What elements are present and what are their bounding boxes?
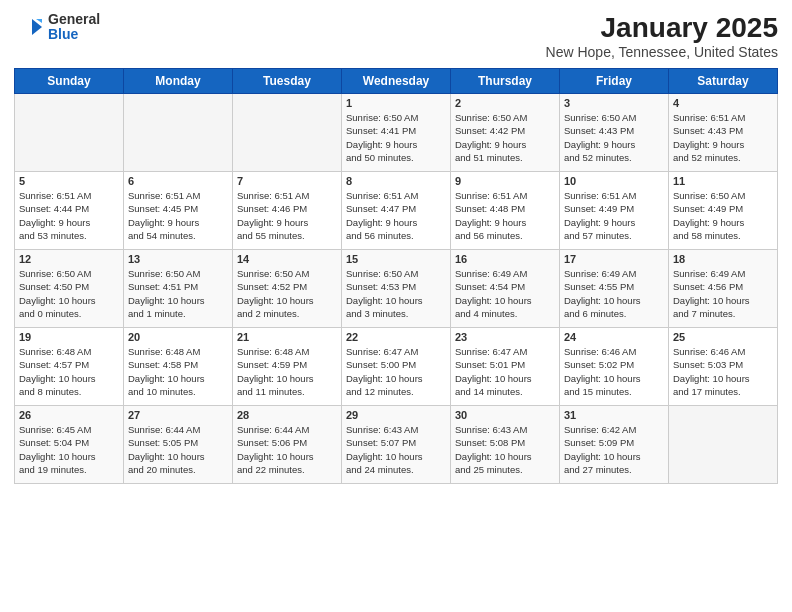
calendar-subtitle: New Hope, Tennessee, United States <box>546 44 778 60</box>
day-number: 16 <box>455 253 555 265</box>
calendar-cell <box>233 94 342 172</box>
day-number: 7 <box>237 175 337 187</box>
cell-info: Sunrise: 6:51 AMSunset: 4:43 PMDaylight:… <box>673 111 773 164</box>
cell-info: Sunrise: 6:46 AMSunset: 5:03 PMDaylight:… <box>673 345 773 398</box>
day-number: 9 <box>455 175 555 187</box>
header-monday: Monday <box>124 69 233 94</box>
calendar-cell: 31Sunrise: 6:42 AMSunset: 5:09 PMDayligh… <box>560 406 669 484</box>
logo-blue-text: Blue <box>48 27 100 42</box>
day-number: 31 <box>564 409 664 421</box>
week-row-2: 12Sunrise: 6:50 AMSunset: 4:50 PMDayligh… <box>15 250 778 328</box>
day-number: 3 <box>564 97 664 109</box>
day-number: 22 <box>346 331 446 343</box>
week-row-0: 1Sunrise: 6:50 AMSunset: 4:41 PMDaylight… <box>15 94 778 172</box>
day-number: 21 <box>237 331 337 343</box>
calendar-cell: 29Sunrise: 6:43 AMSunset: 5:07 PMDayligh… <box>342 406 451 484</box>
logo-icon <box>14 13 42 41</box>
calendar-cell: 2Sunrise: 6:50 AMSunset: 4:42 PMDaylight… <box>451 94 560 172</box>
day-number: 30 <box>455 409 555 421</box>
cell-info: Sunrise: 6:50 AMSunset: 4:52 PMDaylight:… <box>237 267 337 320</box>
cell-info: Sunrise: 6:51 AMSunset: 4:45 PMDaylight:… <box>128 189 228 242</box>
day-number: 17 <box>564 253 664 265</box>
day-number: 29 <box>346 409 446 421</box>
calendar-cell: 18Sunrise: 6:49 AMSunset: 4:56 PMDayligh… <box>669 250 778 328</box>
cell-info: Sunrise: 6:48 AMSunset: 4:57 PMDaylight:… <box>19 345 119 398</box>
calendar-cell <box>669 406 778 484</box>
calendar-cell: 20Sunrise: 6:48 AMSunset: 4:58 PMDayligh… <box>124 328 233 406</box>
logo-text: General Blue <box>48 12 100 43</box>
cell-info: Sunrise: 6:42 AMSunset: 5:09 PMDaylight:… <box>564 423 664 476</box>
day-number: 18 <box>673 253 773 265</box>
day-number: 20 <box>128 331 228 343</box>
calendar-cell: 9Sunrise: 6:51 AMSunset: 4:48 PMDaylight… <box>451 172 560 250</box>
day-number: 8 <box>346 175 446 187</box>
cell-info: Sunrise: 6:43 AMSunset: 5:07 PMDaylight:… <box>346 423 446 476</box>
calendar-cell: 19Sunrise: 6:48 AMSunset: 4:57 PMDayligh… <box>15 328 124 406</box>
cell-info: Sunrise: 6:48 AMSunset: 4:59 PMDaylight:… <box>237 345 337 398</box>
week-row-3: 19Sunrise: 6:48 AMSunset: 4:57 PMDayligh… <box>15 328 778 406</box>
calendar-cell: 5Sunrise: 6:51 AMSunset: 4:44 PMDaylight… <box>15 172 124 250</box>
day-number: 28 <box>237 409 337 421</box>
day-number: 15 <box>346 253 446 265</box>
cell-info: Sunrise: 6:44 AMSunset: 5:05 PMDaylight:… <box>128 423 228 476</box>
cell-info: Sunrise: 6:49 AMSunset: 4:56 PMDaylight:… <box>673 267 773 320</box>
day-number: 1 <box>346 97 446 109</box>
calendar-cell: 28Sunrise: 6:44 AMSunset: 5:06 PMDayligh… <box>233 406 342 484</box>
calendar-title: January 2025 <box>546 12 778 44</box>
calendar-cell: 10Sunrise: 6:51 AMSunset: 4:49 PMDayligh… <box>560 172 669 250</box>
days-header-row: Sunday Monday Tuesday Wednesday Thursday… <box>15 69 778 94</box>
calendar-cell: 16Sunrise: 6:49 AMSunset: 4:54 PMDayligh… <box>451 250 560 328</box>
cell-info: Sunrise: 6:51 AMSunset: 4:46 PMDaylight:… <box>237 189 337 242</box>
cell-info: Sunrise: 6:50 AMSunset: 4:53 PMDaylight:… <box>346 267 446 320</box>
calendar-cell: 12Sunrise: 6:50 AMSunset: 4:50 PMDayligh… <box>15 250 124 328</box>
cell-info: Sunrise: 6:50 AMSunset: 4:49 PMDaylight:… <box>673 189 773 242</box>
day-number: 12 <box>19 253 119 265</box>
calendar-cell: 27Sunrise: 6:44 AMSunset: 5:05 PMDayligh… <box>124 406 233 484</box>
header-thursday: Thursday <box>451 69 560 94</box>
cell-info: Sunrise: 6:49 AMSunset: 4:54 PMDaylight:… <box>455 267 555 320</box>
calendar-cell: 3Sunrise: 6:50 AMSunset: 4:43 PMDaylight… <box>560 94 669 172</box>
calendar-cell: 6Sunrise: 6:51 AMSunset: 4:45 PMDaylight… <box>124 172 233 250</box>
calendar-cell: 24Sunrise: 6:46 AMSunset: 5:02 PMDayligh… <box>560 328 669 406</box>
day-number: 5 <box>19 175 119 187</box>
day-number: 23 <box>455 331 555 343</box>
calendar-table: Sunday Monday Tuesday Wednesday Thursday… <box>14 68 778 484</box>
calendar-cell: 14Sunrise: 6:50 AMSunset: 4:52 PMDayligh… <box>233 250 342 328</box>
cell-info: Sunrise: 6:50 AMSunset: 4:41 PMDaylight:… <box>346 111 446 164</box>
day-number: 26 <box>19 409 119 421</box>
cell-info: Sunrise: 6:43 AMSunset: 5:08 PMDaylight:… <box>455 423 555 476</box>
cell-info: Sunrise: 6:50 AMSunset: 4:51 PMDaylight:… <box>128 267 228 320</box>
calendar-cell: 11Sunrise: 6:50 AMSunset: 4:49 PMDayligh… <box>669 172 778 250</box>
day-number: 2 <box>455 97 555 109</box>
header-tuesday: Tuesday <box>233 69 342 94</box>
cell-info: Sunrise: 6:50 AMSunset: 4:42 PMDaylight:… <box>455 111 555 164</box>
page: General Blue January 2025 New Hope, Tenn… <box>0 0 792 612</box>
calendar-cell: 23Sunrise: 6:47 AMSunset: 5:01 PMDayligh… <box>451 328 560 406</box>
header-wednesday: Wednesday <box>342 69 451 94</box>
calendar-cell: 1Sunrise: 6:50 AMSunset: 4:41 PMDaylight… <box>342 94 451 172</box>
day-number: 6 <box>128 175 228 187</box>
calendar-cell: 22Sunrise: 6:47 AMSunset: 5:00 PMDayligh… <box>342 328 451 406</box>
calendar-cell: 4Sunrise: 6:51 AMSunset: 4:43 PMDaylight… <box>669 94 778 172</box>
cell-info: Sunrise: 6:50 AMSunset: 4:43 PMDaylight:… <box>564 111 664 164</box>
calendar-header: Sunday Monday Tuesday Wednesday Thursday… <box>15 69 778 94</box>
day-number: 4 <box>673 97 773 109</box>
calendar-cell: 17Sunrise: 6:49 AMSunset: 4:55 PMDayligh… <box>560 250 669 328</box>
cell-info: Sunrise: 6:48 AMSunset: 4:58 PMDaylight:… <box>128 345 228 398</box>
cell-info: Sunrise: 6:47 AMSunset: 5:00 PMDaylight:… <box>346 345 446 398</box>
week-row-4: 26Sunrise: 6:45 AMSunset: 5:04 PMDayligh… <box>15 406 778 484</box>
day-number: 25 <box>673 331 773 343</box>
cell-info: Sunrise: 6:49 AMSunset: 4:55 PMDaylight:… <box>564 267 664 320</box>
week-row-1: 5Sunrise: 6:51 AMSunset: 4:44 PMDaylight… <box>15 172 778 250</box>
title-block: January 2025 New Hope, Tennessee, United… <box>546 12 778 60</box>
cell-info: Sunrise: 6:47 AMSunset: 5:01 PMDaylight:… <box>455 345 555 398</box>
logo: General Blue <box>14 12 100 43</box>
day-number: 13 <box>128 253 228 265</box>
calendar-cell: 13Sunrise: 6:50 AMSunset: 4:51 PMDayligh… <box>124 250 233 328</box>
calendar-cell: 8Sunrise: 6:51 AMSunset: 4:47 PMDaylight… <box>342 172 451 250</box>
day-number: 10 <box>564 175 664 187</box>
cell-info: Sunrise: 6:45 AMSunset: 5:04 PMDaylight:… <box>19 423 119 476</box>
cell-info: Sunrise: 6:51 AMSunset: 4:48 PMDaylight:… <box>455 189 555 242</box>
day-number: 14 <box>237 253 337 265</box>
cell-info: Sunrise: 6:46 AMSunset: 5:02 PMDaylight:… <box>564 345 664 398</box>
